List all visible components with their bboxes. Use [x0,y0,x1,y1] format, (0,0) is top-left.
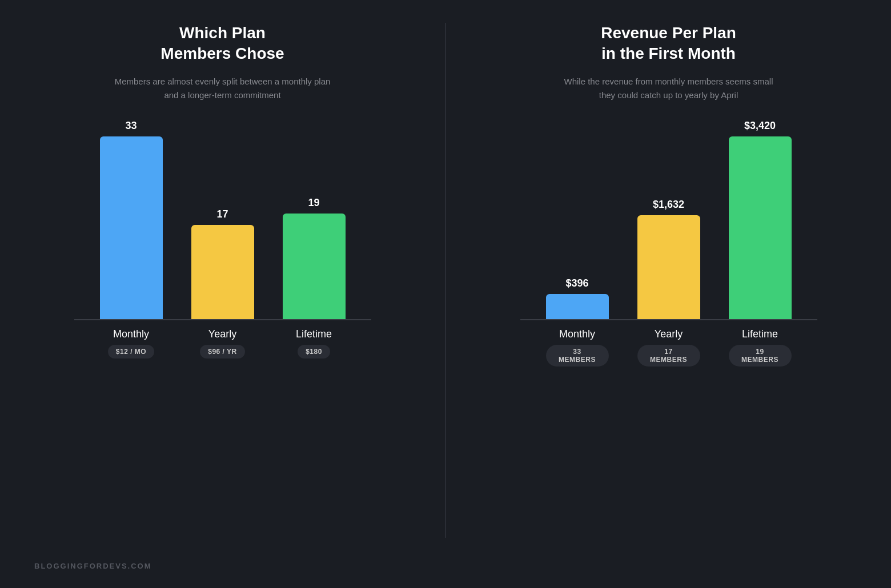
label-group: Lifetime19 MEMBERS [729,328,792,367]
bar-group: $1,632 [637,199,700,319]
right-chart-title: Revenue Per Plan in the First Month [601,23,736,65]
right-chart-subtitle: While the revenue from monthly members s… [560,75,777,102]
bar-group: $3,420 [729,120,792,319]
bar-value: 19 [308,197,319,209]
bar-badge: $180 [298,345,330,359]
left-bars-container: 331719 [34,125,411,319]
left-labels-row: Monthly$12 / MOYearly$96 / YRLifetime$18… [100,328,346,359]
right-labels-row: Monthly33 MEMBERSYearly17 MEMBERSLifetim… [546,328,792,367]
bar-label-text: Yearly [208,328,236,340]
footer: BLOGGINGFORDEVS.COM [0,549,891,588]
right-baseline [520,319,817,320]
right-bars-container: $396$1,632$3,420 [480,125,857,319]
bar-rect [637,215,700,319]
bar-label-text: Monthly [113,328,149,340]
label-group: Yearly17 MEMBERS [637,328,700,367]
bar-badge: 33 MEMBERS [546,345,609,367]
bar-group: 33 [100,120,163,319]
bar-value: 33 [125,120,137,132]
label-group: Monthly33 MEMBERS [546,328,609,367]
bar-rect [729,136,792,319]
left-baseline [74,319,371,320]
label-group: Yearly$96 / YR [191,328,254,359]
label-group: Lifetime$180 [283,328,346,359]
bar-rect [283,214,346,319]
bar-rect [191,225,254,319]
brand-text: BLOGGINGFORDEVS.COM [34,562,152,570]
section-divider [445,23,446,538]
bar-group: 19 [283,197,346,319]
left-chart-title: Which Plan Members Chose [160,23,284,65]
bar-label-text: Lifetime [742,328,778,340]
right-chart-area: $396$1,632$3,420 Monthly33 MEMBERSYearly… [480,125,857,538]
bar-label-text: Monthly [559,328,595,340]
left-chart-subtitle: Members are almost evenly split between … [114,75,331,102]
right-chart-section: Revenue Per Plan in the First Month Whil… [480,23,857,538]
bar-badge: 17 MEMBERS [637,345,700,367]
main-container: Which Plan Members Chose Members are alm… [0,0,891,549]
bar-value: $1,632 [653,199,684,211]
bar-group: 17 [191,208,254,319]
bar-label-text: Yearly [655,328,683,340]
bar-value: 17 [216,208,228,220]
bar-value: $396 [565,277,588,289]
bar-rect [100,136,163,319]
left-chart-area: 331719 Monthly$12 / MOYearly$96 / YRLife… [34,125,411,538]
bar-badge: 19 MEMBERS [729,345,792,367]
bar-badge: $12 / MO [108,345,154,359]
label-group: Monthly$12 / MO [100,328,163,359]
bar-label-text: Lifetime [296,328,332,340]
bar-value: $3,420 [744,120,776,132]
bar-badge: $96 / YR [200,345,244,359]
bar-rect [546,294,609,319]
bar-group: $396 [546,277,609,319]
left-chart-section: Which Plan Members Chose Members are alm… [34,23,411,538]
